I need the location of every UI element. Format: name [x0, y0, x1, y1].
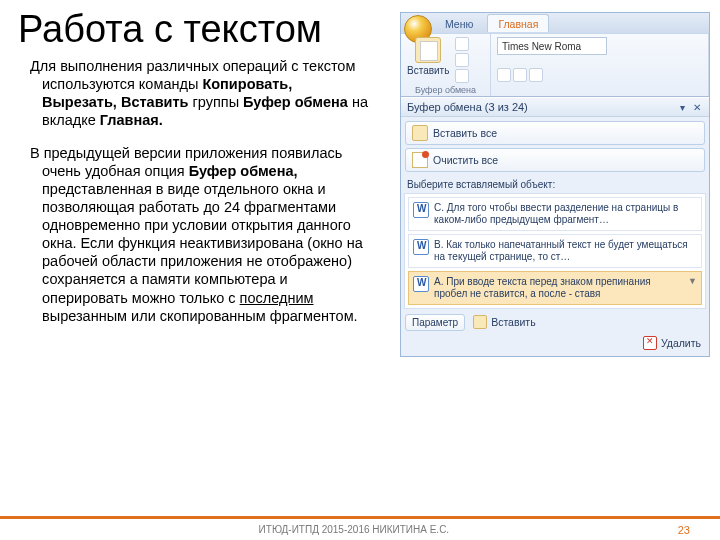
tab-home[interactable]: Главная	[487, 14, 549, 32]
clipboard-item[interactable]: C. Для того чтобы ввести разделение на с…	[408, 197, 702, 231]
options-button[interactable]: Параметр	[405, 314, 465, 331]
context-paste-button[interactable]: Вставить	[469, 313, 540, 331]
context-delete-button[interactable]: Удалить	[639, 334, 705, 352]
group-clipboard-label: Буфер обмена	[407, 84, 484, 95]
footer-text: ИТЮД-ИТПД 2015-2016 НИКИТИНА Е.С.	[259, 524, 450, 535]
clear-all-icon	[412, 152, 428, 168]
word-doc-icon	[413, 239, 429, 255]
clipboard-pane-header: Буфер обмена (3 из 24) ▾ ✕	[401, 97, 709, 117]
clipboard-item[interactable]: B. Как только напечатанный текст не буде…	[408, 234, 702, 268]
word-app-window: Меню Главная Вставить Буфер обмена	[400, 12, 710, 357]
paste-icon	[415, 37, 441, 63]
delete-icon	[643, 336, 657, 350]
font-family-selector[interactable]: Times New Roma	[497, 37, 607, 55]
item-dropdown-icon[interactable]: ▼	[688, 276, 697, 287]
clipboard-item-selected[interactable]: A. При вводе текста перед знаком препина…	[408, 271, 702, 305]
underline-button[interactable]	[529, 68, 543, 82]
paste-all-button[interactable]: Вставить все	[405, 121, 705, 145]
cut-button[interactable]	[455, 37, 469, 51]
pane-dropdown-icon[interactable]: ▾	[676, 101, 688, 113]
bold-button[interactable]	[497, 68, 511, 82]
paste-all-icon	[412, 125, 428, 141]
format-painter-button[interactable]	[455, 69, 469, 83]
tab-menu[interactable]: Меню	[435, 15, 483, 32]
body-text: Для выполнения различных операций с текс…	[30, 57, 370, 339]
word-doc-icon	[413, 202, 429, 218]
clear-all-button[interactable]: Очистить все	[405, 148, 705, 172]
italic-button[interactable]	[513, 68, 527, 82]
copy-button[interactable]	[455, 53, 469, 67]
slide-footer: ИТЮД-ИТПД 2015-2016 НИКИТИНА Е.С. 23	[0, 516, 720, 540]
clipboard-items-list: C. Для того чтобы ввести разделение на с…	[404, 193, 706, 309]
paste-small-icon	[473, 315, 487, 329]
word-doc-icon	[413, 276, 429, 292]
paste-button[interactable]: Вставить	[407, 37, 449, 76]
pane-close-icon[interactable]: ✕	[691, 101, 703, 113]
pane-hint: Выберите вставляемый объект:	[401, 176, 709, 193]
ribbon-tabs: Меню Главная	[401, 13, 709, 33]
page-number: 23	[678, 524, 690, 536]
